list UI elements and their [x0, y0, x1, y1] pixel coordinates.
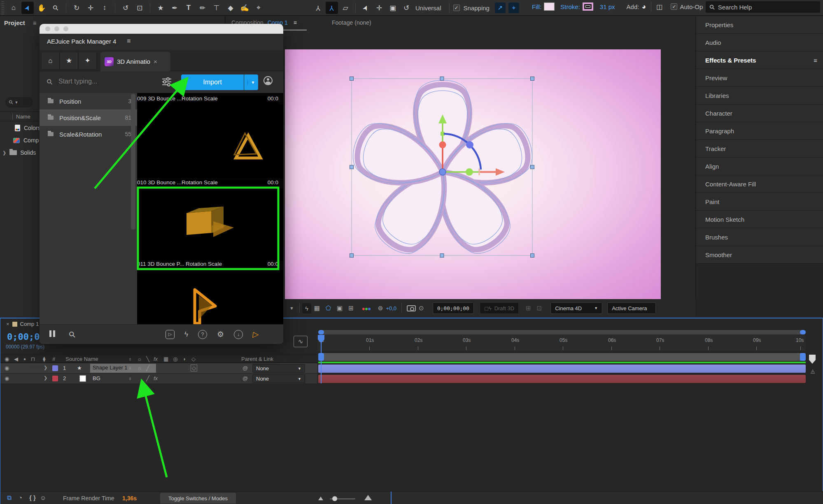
view-axis-mode[interactable]: ▱: [339, 2, 352, 14]
import-button[interactable]: Import: [181, 74, 244, 90]
show-snapshot-icon[interactable]: ⊙: [416, 304, 427, 312]
shy-switch-icon[interactable]: ♁: [128, 365, 132, 371]
timeline-horizontal-scrollbar[interactable]: [318, 330, 806, 334]
roto-brush-tool[interactable]: ✍: [238, 2, 251, 14]
close-window-button[interactable]: [45, 26, 50, 31]
selection-tool[interactable]: ➤: [21, 2, 34, 14]
close-icon[interactable]: ×: [6, 321, 9, 327]
expand-layers-icon[interactable]: ⧉: [7, 494, 12, 502]
manager-favorites-button[interactable]: ★: [60, 52, 78, 70]
quality-switch-icon[interactable]: ╱: [146, 375, 149, 381]
source-name-column-header[interactable]: Source Name: [65, 356, 98, 362]
brush-tool[interactable]: ✏: [196, 2, 209, 14]
panel-tab-preview[interactable]: Preview: [696, 69, 823, 87]
manager-tab-3d-animations[interactable]: 3D 3D Animatio ×: [100, 52, 170, 71]
camera-tool[interactable]: ⊡: [133, 2, 146, 14]
zoom-window-button[interactable]: [63, 26, 68, 31]
gizmo-rotation[interactable]: ↺: [400, 2, 413, 14]
layer-color-chip[interactable]: [52, 365, 58, 371]
snapping-checkbox[interactable]: ✓: [453, 5, 460, 11]
tab-footage[interactable]: Footage (none): [332, 19, 371, 26]
exposure-value[interactable]: +0,0: [386, 305, 396, 311]
shape-tool[interactable]: ★: [154, 2, 167, 14]
eraser-tool[interactable]: ◆: [224, 2, 237, 14]
zoom-in-icon[interactable]: [364, 495, 372, 500]
window-titlebar[interactable]: [40, 24, 283, 34]
gizmo-position[interactable]: ✛: [373, 2, 385, 14]
preset-thumbnail-011[interactable]: [137, 270, 283, 324]
viewer-timecode[interactable]: 0;00;00;00: [433, 302, 474, 314]
scrollbar-cap[interactable]: [800, 330, 806, 334]
transparency-grid-icon[interactable]: ▦: [311, 304, 323, 312]
chevron-down-icon[interactable]: ▼: [287, 306, 297, 311]
pause-button[interactable]: [49, 330, 56, 337]
panel-tab-tracker[interactable]: Tracker: [696, 140, 823, 158]
orbit-camera-tool[interactable]: ↻: [70, 2, 83, 14]
settings-gear-button[interactable]: ⚙: [217, 330, 224, 339]
hand-tool[interactable]: ✋: [35, 2, 48, 14]
auto-open-checkbox[interactable]: ✓: [671, 3, 677, 10]
clone-stamp-tool[interactable]: ⊤: [210, 2, 223, 14]
pan-camera-tool[interactable]: ✛: [84, 2, 97, 14]
panel-tab-smoother[interactable]: Smoother: [696, 246, 823, 264]
panel-menu-icon[interactable]: ≡: [814, 57, 817, 64]
pickwhip-icon[interactable]: @: [242, 365, 248, 371]
timeline-tab[interactable]: × Comp 1: [6, 321, 39, 327]
visibility-eye-icon[interactable]: ◉: [5, 375, 9, 381]
time-ruler[interactable]: 0s 01s 02s 03s 04s 05s 06s 07s 08s 09s 1…: [317, 335, 806, 352]
manager-search-input[interactable]: Start typing...: [58, 78, 97, 85]
exposure-icon[interactable]: ⊚: [375, 304, 386, 312]
stroke-swatch[interactable]: [583, 2, 593, 11]
layer-name[interactable]: BG: [93, 375, 100, 381]
preset-thumbnail-010[interactable]: [137, 188, 283, 261]
panel-tab-motion-sketch[interactable]: Motion Sketch: [696, 211, 823, 228]
filter-icon[interactable]: [161, 77, 172, 87]
pickwhip-icon[interactable]: @: [242, 375, 248, 381]
panel-tab-properties[interactable]: Properties: [696, 16, 823, 34]
fill-label[interactable]: Fill:: [532, 3, 541, 10]
panel-tab-audio[interactable]: Audio: [696, 34, 823, 51]
project-item-solids[interactable]: ❯ Solids: [2, 149, 36, 156]
world-axis-mode[interactable]: Y: [326, 2, 338, 14]
threed-switch-icon[interactable]: ◇: [191, 365, 197, 372]
collapse-switch-icon[interactable]: ☼: [137, 365, 142, 371]
stroke-width-value[interactable]: 31 px: [600, 3, 615, 10]
panel-tab-paint[interactable]: Paint: [696, 193, 823, 211]
work-area-bar[interactable]: [318, 353, 806, 361]
folder-item-position-scale[interactable]: Position&Scale 81: [40, 109, 137, 126]
close-icon[interactable]: ×: [154, 58, 157, 65]
folder-item-scale-rotation[interactable]: Scale&Rotation 55: [40, 126, 137, 142]
account-icon[interactable]: [263, 76, 273, 85]
preset-item-010[interactable]: 010 3D Bounce ...Rotation Scale 00:0: [137, 179, 278, 188]
toolbar-grip[interactable]: [0, 1, 5, 14]
layer-color-chip[interactable]: [52, 376, 58, 381]
panel-tab-align[interactable]: Align: [696, 158, 823, 175]
fill-swatch[interactable]: [544, 2, 555, 11]
blend-mode-icon[interactable]: ◔: [19, 494, 22, 501]
fast-previews-icon[interactable]: ϟ: [302, 303, 311, 314]
timeline-zoom-knob[interactable]: [332, 496, 337, 501]
quality-switch-icon[interactable]: ╱: [146, 365, 149, 371]
type-tool[interactable]: T: [182, 2, 195, 14]
rotation-tool[interactable]: ↺: [119, 2, 132, 14]
preset-item-009[interactable]: 009 3D Bounce ...Rotation Scale 00:0: [137, 95, 278, 105]
guides-options-icon[interactable]: ⊞: [345, 304, 357, 312]
zoom-preview-button[interactable]: ⚲: [67, 329, 78, 340]
preset-thumbnail-009[interactable]: [137, 105, 283, 179]
pen-tool[interactable]: ✒: [168, 2, 181, 14]
panel-tab-content-aware-fill[interactable]: Content-Aware Fill: [696, 175, 823, 193]
parent-dropdown[interactable]: None ▼: [252, 374, 305, 383]
age-icon[interactable]: ☺: [40, 494, 46, 501]
zoom-tool[interactable]: ⚲: [49, 2, 62, 14]
import-dropdown-button[interactable]: ▼: [244, 74, 258, 90]
dolly-camera-tool[interactable]: ↕: [98, 2, 111, 14]
camera-view-dropdown[interactable]: Active Camera: [607, 302, 656, 314]
snapshot-camera-icon[interactable]: [407, 305, 416, 311]
panel-menu-icon[interactable]: ≡: [294, 19, 297, 26]
brackets-icon[interactable]: { }: [29, 494, 36, 501]
channel-icon[interactable]: [362, 304, 371, 312]
folder-item-position[interactable]: Position 3: [40, 93, 137, 109]
extended-viewer-icon[interactable]: ⊡: [534, 304, 545, 312]
add-circle-icon[interactable]: ◕: [641, 2, 646, 11]
snap-anchor-button[interactable]: ⌖: [508, 2, 519, 13]
